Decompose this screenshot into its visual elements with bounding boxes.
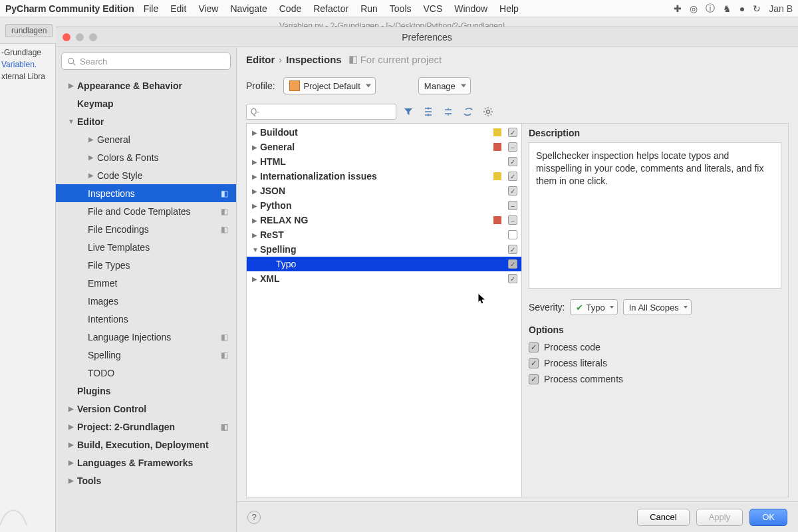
minimize-button[interactable] <box>76 33 84 41</box>
menu-refactor[interactable]: Refactor <box>313 3 348 14</box>
zoom-button[interactable] <box>89 33 97 41</box>
sidebar-item-appearance[interactable]: ▶Appearance & Behavior <box>56 76 236 94</box>
sidebar-item-tools[interactable]: ▶Tools <box>56 471 236 489</box>
checkbox[interactable] <box>508 245 517 254</box>
insp-python[interactable]: ▶Python <box>247 198 521 213</box>
sidebar-item-project[interactable]: ▶Project: 2-Grundlagen◧ <box>56 418 236 436</box>
menubar-tray: ✚ ◎ ⓘ ♞ ● ↻ Jan B <box>674 3 793 15</box>
sidebar-item-codestyle[interactable]: ▶Code Style <box>56 166 236 184</box>
apply-button[interactable]: Apply <box>696 509 743 526</box>
project-scope-icon: ◧ <box>221 350 228 360</box>
sidebar-item-intentions[interactable]: Intentions <box>56 310 236 328</box>
insp-intl[interactable]: ▶Internationalization issues <box>247 169 521 184</box>
option-process-code[interactable]: Process code <box>529 339 781 355</box>
checkbox[interactable] <box>508 128 517 137</box>
sidebar-item-images[interactable]: Images <box>56 292 236 310</box>
checkbox[interactable] <box>508 201 517 210</box>
tray-icon[interactable]: ⓘ <box>706 3 715 15</box>
menu-file[interactable]: File <box>144 3 159 14</box>
reset-icon[interactable] <box>460 104 476 120</box>
proj-node[interactable]: Variablen. <box>1 59 54 70</box>
menu-vcs[interactable]: VCS <box>424 3 443 14</box>
tray-icon[interactable]: ◎ <box>690 3 698 14</box>
help-button[interactable]: ? <box>247 511 261 524</box>
checkbox[interactable] <box>508 259 517 269</box>
sidebar-item-colors[interactable]: ▶Colors & Fonts <box>56 148 236 166</box>
expand-all-icon[interactable] <box>420 104 436 120</box>
sidebar-item-keymap[interactable]: Keymap <box>56 94 236 112</box>
insp-relax[interactable]: ▶RELAX NG <box>247 213 521 227</box>
insp-spelling[interactable]: ▼Spelling <box>247 242 521 257</box>
project-scope-icon: ◧ <box>348 53 358 65</box>
sidebar-item-vcs[interactable]: ▶Version Control <box>56 400 236 418</box>
tray-user[interactable]: Jan B <box>769 3 793 14</box>
proj-node[interactable]: xternal Libra <box>1 70 54 82</box>
menu-edit[interactable]: Edit <box>170 3 186 14</box>
menu-view[interactable]: View <box>198 3 218 14</box>
sidebar-item-spelling[interactable]: Spelling◧ <box>56 346 236 364</box>
checkbox[interactable] <box>529 374 539 384</box>
menu-window[interactable]: Window <box>454 3 487 14</box>
settings-search-input[interactable]: Search <box>61 53 231 70</box>
collapse-all-icon[interactable] <box>440 104 456 120</box>
insp-buildout[interactable]: ▶Buildout <box>247 125 521 140</box>
checkbox[interactable] <box>529 342 539 352</box>
checkbox[interactable] <box>508 157 517 166</box>
bg-tab[interactable]: rundlagen <box>5 24 53 37</box>
checkbox[interactable] <box>508 215 517 225</box>
checkbox[interactable] <box>508 230 517 239</box>
insp-typo[interactable]: Typo <box>247 257 521 271</box>
insp-general[interactable]: ▶General <box>247 140 521 154</box>
sidebar-item-encodings[interactable]: File Encodings◧ <box>56 220 236 238</box>
svg-line-1 <box>73 63 75 65</box>
menu-help[interactable]: Help <box>499 3 519 14</box>
option-process-comments[interactable]: Process comments <box>529 371 781 387</box>
menu-tools[interactable]: Tools <box>390 3 412 14</box>
svg-point-0 <box>68 58 74 63</box>
checkbox[interactable] <box>508 172 517 181</box>
sidebar-item-templates[interactable]: File and Code Templates◧ <box>56 202 236 220</box>
search-placeholder: Search <box>80 57 107 66</box>
project-scope-icon: ◧ <box>221 332 228 342</box>
sidebar-item-langs[interactable]: ▶Languages & Frameworks <box>56 454 236 471</box>
checkbox[interactable] <box>508 186 517 196</box>
insp-json[interactable]: ▶JSON <box>247 184 521 198</box>
severity-combo[interactable]: ✔Typo <box>570 299 617 315</box>
checkbox[interactable] <box>508 274 517 283</box>
crumb-editor[interactable]: Editor <box>246 54 275 65</box>
tray-icon[interactable]: ● <box>739 3 745 14</box>
sidebar-item-filetypes[interactable]: File Types <box>56 256 236 274</box>
insp-xml[interactable]: ▶XML <box>247 271 521 286</box>
sidebar-item-todo[interactable]: TODO <box>56 364 236 382</box>
sidebar-item-editor[interactable]: ▼Editor <box>56 112 236 130</box>
sidebar-item-livetpl[interactable]: Live Templates <box>56 238 236 256</box>
sidebar-item-plugins[interactable]: Plugins <box>56 382 236 400</box>
menu-run[interactable]: Run <box>360 3 378 14</box>
cancel-button[interactable]: Cancel <box>637 509 689 526</box>
manage-combo[interactable]: Manage <box>418 77 471 94</box>
dialog-titlebar: Preferences <box>56 27 798 47</box>
sidebar-item-build[interactable]: ▶Build, Execution, Deployment <box>56 436 236 454</box>
tray-icon[interactable]: ♞ <box>723 3 732 14</box>
sidebar-item-general[interactable]: ▶General <box>56 130 236 148</box>
gear-icon[interactable] <box>480 104 496 120</box>
tray-clock-icon[interactable]: ↻ <box>753 3 761 14</box>
scope-combo[interactable]: In All Scopes <box>623 299 692 315</box>
tray-icon[interactable]: ✚ <box>674 3 682 14</box>
filter-icon[interactable] <box>400 104 416 120</box>
sidebar-item-inspections[interactable]: Inspections◧ <box>56 184 236 202</box>
proj-node[interactable]: -Grundlage <box>1 47 54 59</box>
menu-code[interactable]: Code <box>279 3 301 14</box>
ok-button[interactable]: OK <box>749 509 787 526</box>
sidebar-item-langinj[interactable]: Language Injections◧ <box>56 328 236 346</box>
menu-navigate[interactable]: Navigate <box>230 3 267 14</box>
option-process-literals[interactable]: Process literals <box>529 355 781 371</box>
profile-combo[interactable]: Project Default <box>283 77 376 94</box>
checkbox[interactable] <box>529 358 539 368</box>
insp-rest[interactable]: ▶ReST <box>247 227 521 242</box>
close-button[interactable] <box>63 33 70 41</box>
sidebar-item-emmet[interactable]: Emmet <box>56 274 236 292</box>
checkbox[interactable] <box>508 142 517 152</box>
inspection-search-input[interactable]: Q- <box>246 104 396 120</box>
insp-html[interactable]: ▶HTML <box>247 154 521 169</box>
